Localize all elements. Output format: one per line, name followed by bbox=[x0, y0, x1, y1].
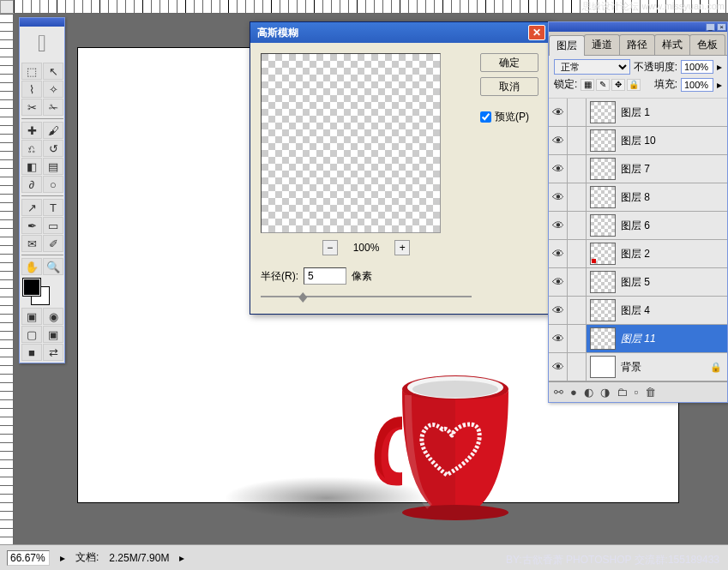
close-icon[interactable]: ✕ bbox=[528, 25, 545, 40]
visibility-icon[interactable]: 👁 bbox=[549, 127, 568, 154]
toolbox-header[interactable] bbox=[20, 18, 64, 27]
layer-row[interactable]: 👁图层 2 bbox=[549, 240, 727, 268]
ruler-vertical[interactable] bbox=[0, 14, 14, 544]
link-cell[interactable] bbox=[568, 325, 587, 352]
preview-box[interactable] bbox=[261, 53, 441, 233]
visibility-icon[interactable]: 👁 bbox=[549, 240, 568, 267]
tab-色板[interactable]: 色板 bbox=[689, 34, 725, 55]
color-swatches[interactable] bbox=[20, 277, 64, 306]
arrow-icon[interactable]: ▸ bbox=[60, 552, 65, 564]
layer-row[interactable]: 👁图层 10 bbox=[549, 127, 727, 155]
preview-checkbox-row[interactable]: 预览(P) bbox=[480, 110, 538, 124]
layer-thumbnail[interactable] bbox=[590, 356, 616, 378]
mask-icon[interactable]: ◐ bbox=[584, 386, 593, 399]
preview-checkbox[interactable] bbox=[480, 111, 491, 123]
layer-thumbnail[interactable] bbox=[590, 243, 616, 265]
visibility-icon[interactable]: 👁 bbox=[549, 212, 568, 239]
tab-样式[interactable]: 样式 bbox=[654, 34, 690, 55]
gradient-tool[interactable]: ▤ bbox=[43, 158, 63, 175]
screen-mode-2[interactable]: ▣ bbox=[43, 326, 63, 343]
fill-input[interactable] bbox=[681, 78, 713, 92]
panel-titlebar[interactable]: _ × bbox=[549, 22, 727, 32]
eraser-tool[interactable]: ◧ bbox=[21, 158, 42, 175]
tab-通道[interactable]: 通道 bbox=[584, 34, 620, 55]
zoom-out-button[interactable]: − bbox=[322, 240, 338, 255]
panel-close-icon[interactable]: × bbox=[717, 23, 726, 31]
doc-arrow-icon[interactable]: ▸ bbox=[179, 552, 184, 564]
zoom-input[interactable] bbox=[7, 550, 50, 566]
screen-mode-3[interactable]: ■ bbox=[21, 344, 42, 361]
tab-图层[interactable]: 图层 bbox=[549, 35, 585, 56]
opacity-input[interactable] bbox=[681, 60, 713, 74]
standard-mode[interactable]: ▣ bbox=[21, 308, 42, 325]
lock-transparency-icon[interactable]: ▦ bbox=[581, 79, 594, 91]
eyedropper-tool[interactable]: ✐ bbox=[43, 235, 63, 252]
heal-tool[interactable]: ✚ bbox=[21, 122, 42, 139]
layer-thumbnail[interactable] bbox=[590, 214, 616, 237]
link-cell[interactable] bbox=[568, 240, 587, 267]
layer-row[interactable]: 👁图层 6 bbox=[549, 212, 727, 240]
fill-arrow-icon[interactable]: ▸ bbox=[717, 79, 722, 91]
pen-tool[interactable]: ✒ bbox=[21, 217, 42, 234]
zoom-in-button[interactable]: + bbox=[394, 240, 410, 255]
visibility-icon[interactable]: 👁 bbox=[549, 325, 568, 352]
layer-row[interactable]: 👁图层 1 bbox=[549, 99, 727, 127]
blend-mode-select[interactable]: 正常 bbox=[554, 59, 630, 75]
slice-tool[interactable]: ✁ bbox=[43, 99, 63, 116]
visibility-icon[interactable]: 👁 bbox=[549, 297, 568, 324]
lasso-tool[interactable]: ⌇ bbox=[21, 81, 42, 98]
trash-icon[interactable]: 🗑 bbox=[645, 386, 656, 399]
new-layer-icon[interactable]: ▫ bbox=[635, 386, 639, 399]
link-cell[interactable] bbox=[568, 212, 587, 239]
lock-position-icon[interactable]: ✥ bbox=[611, 79, 625, 91]
dodge-tool[interactable]: ○ bbox=[43, 176, 63, 193]
ok-button[interactable]: 确定 bbox=[480, 53, 538, 72]
zoom-tool[interactable]: 🔍 bbox=[43, 258, 63, 275]
stamp-tool[interactable]: ⎌ bbox=[21, 140, 42, 157]
path-tool[interactable]: ↗ bbox=[21, 199, 42, 216]
link-layers-icon[interactable]: ⚯ bbox=[554, 386, 563, 399]
layer-thumbnail[interactable] bbox=[590, 299, 616, 321]
shape-tool[interactable]: ▭ bbox=[43, 217, 63, 234]
visibility-icon[interactable]: 👁 bbox=[549, 155, 568, 183]
adjustment-icon[interactable]: ◑ bbox=[600, 386, 610, 399]
panel-minimize-icon[interactable]: _ bbox=[706, 23, 715, 31]
layer-thumbnail[interactable] bbox=[590, 158, 616, 180]
move-tool[interactable]: ↖ bbox=[43, 63, 63, 80]
layer-list[interactable]: 👁图层 1👁图层 10👁图层 7👁图层 8👁图层 6👁图层 2👁图层 5👁图层 … bbox=[549, 99, 727, 381]
jump-to[interactable]: ⇄ bbox=[43, 344, 63, 361]
link-cell[interactable] bbox=[568, 183, 587, 211]
dialog-titlebar[interactable]: 高斯模糊 ✕ bbox=[250, 22, 549, 43]
layer-thumbnail[interactable] bbox=[590, 129, 616, 152]
layer-thumbnail[interactable] bbox=[590, 101, 616, 123]
foreground-color[interactable] bbox=[23, 279, 40, 296]
layer-thumbnail[interactable] bbox=[590, 271, 616, 293]
quickmask-mode[interactable]: ◉ bbox=[43, 308, 63, 325]
marquee-tool[interactable]: ⬚ bbox=[21, 63, 42, 80]
crop-tool[interactable]: ✂ bbox=[21, 99, 42, 116]
link-cell[interactable] bbox=[568, 99, 587, 126]
layer-row[interactable]: 👁图层 11 bbox=[549, 325, 727, 353]
layer-thumbnail[interactable] bbox=[590, 186, 616, 208]
fx-icon[interactable]: ● bbox=[570, 386, 577, 399]
opacity-arrow-icon[interactable]: ▸ bbox=[717, 61, 722, 73]
lock-paint-icon[interactable]: ✎ bbox=[596, 79, 610, 91]
brush-tool[interactable]: 🖌 bbox=[43, 122, 63, 139]
link-cell[interactable] bbox=[568, 353, 587, 381]
hand-tool[interactable]: ✋ bbox=[21, 258, 42, 275]
layer-row[interactable]: 👁背景🔒 bbox=[549, 353, 727, 381]
visibility-icon[interactable]: 👁 bbox=[549, 99, 568, 126]
visibility-icon[interactable]: 👁 bbox=[549, 353, 568, 381]
folder-icon[interactable]: 🗀 bbox=[617, 386, 628, 399]
blur-tool[interactable]: ∂ bbox=[21, 176, 42, 193]
history-brush-tool[interactable]: ↺ bbox=[43, 140, 63, 157]
layer-row[interactable]: 👁图层 5 bbox=[549, 268, 727, 297]
layer-row[interactable]: 👁图层 8 bbox=[549, 183, 727, 212]
slider-thumb[interactable] bbox=[298, 292, 307, 303]
layer-row[interactable]: 👁图层 7 bbox=[549, 155, 727, 183]
tab-路径[interactable]: 路径 bbox=[619, 34, 655, 55]
layer-row[interactable]: 👁图层 4 bbox=[549, 297, 727, 325]
link-cell[interactable] bbox=[568, 127, 587, 154]
visibility-icon[interactable]: 👁 bbox=[549, 268, 568, 296]
notes-tool[interactable]: ✉ bbox=[21, 235, 42, 252]
